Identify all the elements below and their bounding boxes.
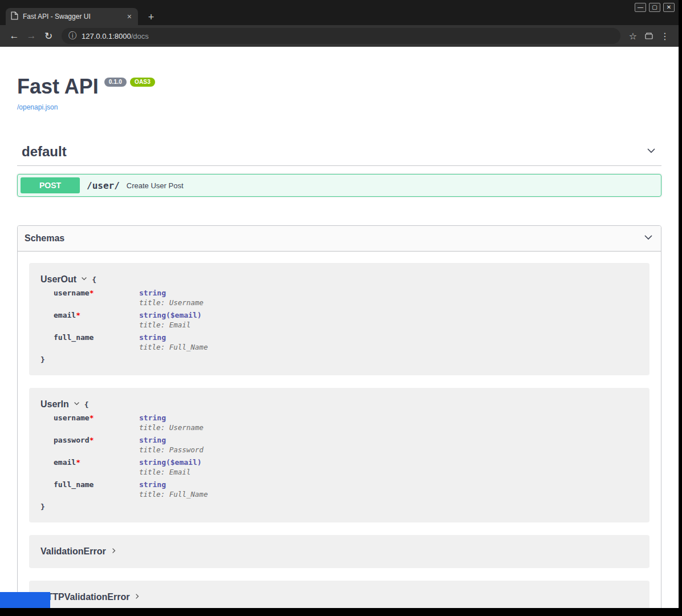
browser-tab[interactable]: Fast API - Swagger UI × bbox=[6, 8, 138, 25]
close-brace: } bbox=[40, 502, 638, 511]
property-name: full_name bbox=[54, 333, 139, 351]
endpoint-path: /user/ bbox=[87, 180, 120, 191]
property-type: string bbox=[139, 289, 204, 297]
chevron-right-icon[interactable] bbox=[133, 592, 141, 602]
property-row: username* string title: Username bbox=[54, 414, 638, 432]
chevron-down-icon[interactable] bbox=[643, 232, 654, 245]
back-button[interactable]: ← bbox=[6, 27, 23, 44]
property-row: email* string($email) title: Email bbox=[54, 458, 638, 476]
schemas-body: UserOut { username* string ti bbox=[18, 252, 661, 608]
model-userin: UserIn { username* string tit bbox=[29, 388, 649, 522]
property-detail: string title: Username bbox=[139, 414, 204, 432]
property-row: password* string title: Password bbox=[54, 436, 638, 454]
chevron-right-icon[interactable] bbox=[110, 546, 117, 557]
open-brace: { bbox=[92, 275, 96, 284]
bookmark-star-icon[interactable]: ☆ bbox=[625, 28, 641, 44]
property-name: username* bbox=[54, 414, 139, 432]
model-validationerror: ValidationError bbox=[29, 535, 649, 568]
model-name: UserOut bbox=[40, 274, 76, 285]
property-name: full_name bbox=[54, 480, 139, 499]
property-detail: string($email) title: Email bbox=[139, 458, 202, 476]
property-title: title: Email bbox=[139, 321, 202, 329]
url-text: 127.0.0.1:8000/docs bbox=[82, 32, 149, 40]
schemas-section-header[interactable]: Schemas bbox=[18, 226, 661, 252]
model-httpvalidationerror-toggle[interactable]: HTTPValidationError bbox=[40, 592, 638, 602]
property-title: title: Full_Name bbox=[139, 490, 208, 499]
model-httpvalidationerror: HTTPValidationError bbox=[29, 581, 649, 608]
property-row: email* string($email) title: Email bbox=[54, 311, 638, 329]
browser-menu-icon[interactable]: ⋮ bbox=[657, 28, 673, 44]
required-marker: * bbox=[76, 311, 80, 319]
address-bar[interactable]: ⓘ 127.0.0.1:8000/docs bbox=[62, 28, 620, 44]
property-detail: string title: Password bbox=[139, 436, 204, 454]
tab-title: Fast API - Swagger UI bbox=[23, 13, 126, 21]
property-row: full_name string title: Full_Name bbox=[54, 333, 638, 351]
property-title: title: Full_Name bbox=[139, 343, 208, 351]
open-brace: { bbox=[84, 400, 89, 409]
endpoint-summary: Create User Post bbox=[127, 181, 184, 190]
required-marker: * bbox=[90, 436, 94, 444]
default-section-title: default bbox=[22, 144, 67, 160]
chevron-down-icon[interactable] bbox=[73, 399, 80, 410]
property-type: string bbox=[139, 436, 204, 444]
reload-button[interactable]: ↻ bbox=[40, 27, 57, 44]
browser-toolbar: ← → ↻ ⓘ 127.0.0.1:8000/docs ☆ ⋮ bbox=[0, 25, 679, 47]
close-brace: } bbox=[40, 355, 638, 364]
property-title: title: Username bbox=[139, 298, 204, 307]
property-title: title: Username bbox=[139, 423, 204, 432]
new-tab-button[interactable]: + bbox=[144, 10, 159, 25]
url-host: 127.0.0.1:8000 bbox=[82, 32, 131, 40]
default-section: default POST /user/ Create User Post bbox=[17, 138, 661, 197]
page-favicon-icon bbox=[11, 11, 18, 22]
default-section-header[interactable]: default bbox=[17, 138, 661, 166]
property-type: string bbox=[139, 333, 208, 342]
property-detail: string title: Username bbox=[139, 289, 204, 307]
model-userin-toggle[interactable]: UserIn { bbox=[40, 399, 638, 410]
schemas-section: Schemas UserOut { bbox=[17, 225, 661, 608]
page-title: Fast API bbox=[17, 75, 99, 98]
oas3-badge: OAS3 bbox=[130, 78, 155, 87]
method-badge: POST bbox=[21, 177, 80, 193]
model-name: HTTPValidationError bbox=[40, 592, 129, 602]
tab-close-icon[interactable]: × bbox=[126, 12, 133, 21]
opblock-post-user[interactable]: POST /user/ Create User Post bbox=[17, 174, 661, 197]
chevron-down-icon[interactable] bbox=[80, 274, 88, 285]
property-type: string bbox=[139, 414, 204, 422]
property-title: title: Email bbox=[139, 468, 202, 476]
required-marker: * bbox=[90, 289, 94, 297]
property-detail: string title: Full_Name bbox=[139, 480, 208, 499]
property-name: email* bbox=[54, 458, 139, 476]
property-type: string bbox=[139, 480, 208, 489]
page-content: Fast API 0.1.0 OAS3 /openapi.json defaul… bbox=[0, 47, 679, 608]
required-marker: * bbox=[90, 414, 94, 422]
property-name: email* bbox=[54, 311, 139, 329]
property-detail: string title: Full_Name bbox=[139, 333, 208, 351]
property-type: string($email) bbox=[139, 311, 202, 319]
chevron-down-icon[interactable] bbox=[646, 145, 657, 159]
required-marker: * bbox=[76, 458, 80, 467]
openapi-json-link[interactable]: /openapi.json bbox=[17, 103, 58, 111]
url-path: /docs bbox=[131, 32, 149, 40]
forward-button[interactable]: → bbox=[23, 27, 40, 44]
model-name: ValidationError bbox=[40, 546, 106, 557]
version-badge: 0.1.0 bbox=[104, 78, 127, 87]
property-row: username* string title: Username bbox=[54, 289, 638, 307]
model-userout-toggle[interactable]: UserOut { bbox=[40, 274, 638, 285]
property-detail: string($email) title: Email bbox=[139, 311, 202, 329]
status-popup bbox=[0, 592, 50, 608]
property-name: password* bbox=[54, 436, 139, 454]
property-title: title: Password bbox=[139, 445, 204, 454]
model-validationerror-toggle[interactable]: ValidationError bbox=[40, 546, 638, 557]
property-name: username* bbox=[54, 289, 139, 307]
titlebar: Fast API - Swagger UI × + — ▢ ✕ bbox=[0, 0, 679, 25]
tab-groups-icon[interactable] bbox=[641, 28, 657, 44]
property-row: full_name string title: Full_Name bbox=[54, 480, 638, 499]
browser-window: Fast API - Swagger UI × + — ▢ ✕ ← → ↻ ⓘ … bbox=[0, 0, 679, 608]
site-info-icon[interactable]: ⓘ bbox=[68, 31, 76, 41]
window-maximize-button[interactable]: ▢ bbox=[649, 3, 660, 12]
model-userout: UserOut { username* string ti bbox=[29, 263, 649, 375]
model-name: UserIn bbox=[40, 399, 69, 410]
window-minimize-button[interactable]: — bbox=[635, 3, 646, 12]
window-close-button[interactable]: ✕ bbox=[663, 3, 675, 12]
api-info: Fast API 0.1.0 OAS3 /openapi.json bbox=[17, 47, 661, 112]
